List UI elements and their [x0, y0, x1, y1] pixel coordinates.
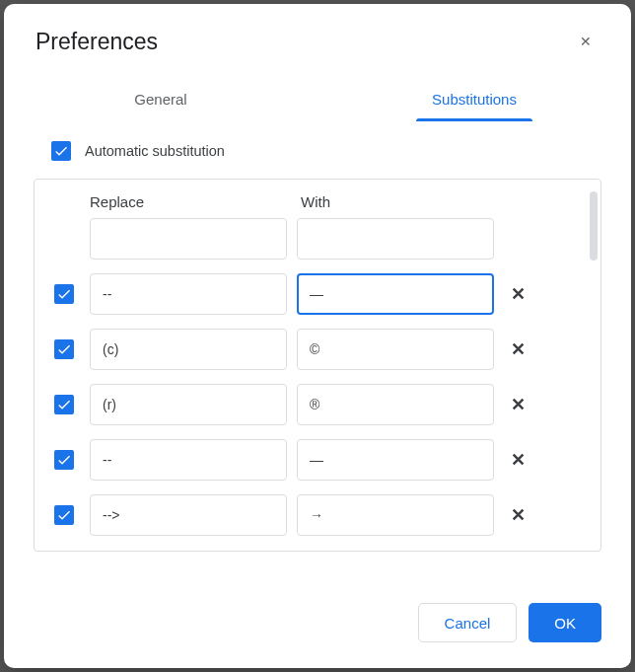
replace-input[interactable]	[90, 218, 287, 260]
replace-input[interactable]: (r)	[90, 384, 287, 425]
delete-row-button[interactable]: ✕	[504, 283, 531, 305]
dialog-header: Preferences ✕	[4, 4, 631, 65]
close-button[interactable]: ✕	[570, 26, 601, 57]
preferences-dialog: Preferences ✕ General Substitutions Auto…	[4, 4, 631, 668]
tab-substitutions[interactable]: Substitutions	[318, 79, 631, 121]
table-row: -- — ✕	[48, 273, 573, 315]
automatic-substitution-row: Automatic substitution	[34, 141, 601, 161]
automatic-substitution-label: Automatic substitution	[85, 143, 225, 159]
with-input[interactable]	[297, 218, 494, 260]
checkmark-icon	[56, 452, 72, 468]
row-checkbox[interactable]	[54, 284, 74, 304]
delete-row-button[interactable]: ✕	[504, 449, 531, 471]
close-icon: ✕	[580, 34, 592, 49]
table-row: (c) © ✕	[48, 329, 573, 370]
replace-input[interactable]: -->	[90, 494, 287, 536]
table-row: (r) ® ✕	[48, 384, 573, 425]
table-inner: Replace With --	[35, 180, 600, 552]
row-checkbox[interactable]	[54, 450, 74, 470]
cancel-button[interactable]: Cancel	[418, 603, 518, 642]
with-input[interactable]: —	[297, 439, 494, 481]
dialog-body: Automatic substitution Replace With	[4, 121, 631, 579]
table-row: --> → ✕	[48, 494, 573, 536]
replace-input[interactable]: --	[90, 273, 287, 315]
replace-input[interactable]: (c)	[90, 329, 287, 370]
automatic-substitution-checkbox[interactable]	[51, 141, 71, 161]
scrollbar-thumb[interactable]	[590, 191, 598, 261]
with-input[interactable]: →	[297, 494, 494, 536]
tab-bar: General Substitutions	[4, 79, 631, 121]
column-headers: Replace With	[48, 193, 573, 210]
column-header-with: With	[301, 193, 330, 210]
row-checkbox[interactable]	[54, 395, 74, 414]
checkmark-icon	[56, 286, 72, 302]
table-row: -- — ✕	[48, 439, 573, 481]
row-checkbox[interactable]	[54, 339, 74, 359]
checkmark-icon	[56, 397, 72, 412]
delete-row-button[interactable]: ✕	[504, 338, 531, 360]
delete-row-button[interactable]: ✕	[504, 394, 531, 415]
dialog-footer: Cancel OK	[4, 579, 631, 668]
ok-button[interactable]: OK	[529, 603, 601, 642]
with-input[interactable]: ®	[297, 384, 494, 425]
replace-input[interactable]: --	[90, 439, 287, 481]
table-row	[48, 218, 573, 260]
dialog-title: Preferences	[35, 29, 158, 55]
substitutions-table: Replace With --	[34, 179, 601, 552]
delete-row-button[interactable]: ✕	[504, 504, 531, 526]
tab-general[interactable]: General	[4, 79, 318, 121]
column-header-replace: Replace	[90, 193, 301, 210]
checkmark-icon	[53, 143, 69, 159]
with-input[interactable]: ©	[297, 329, 494, 370]
row-checkbox[interactable]	[54, 505, 74, 525]
with-input[interactable]: —	[297, 273, 494, 315]
checkmark-icon	[56, 507, 72, 523]
checkmark-icon	[56, 341, 72, 357]
